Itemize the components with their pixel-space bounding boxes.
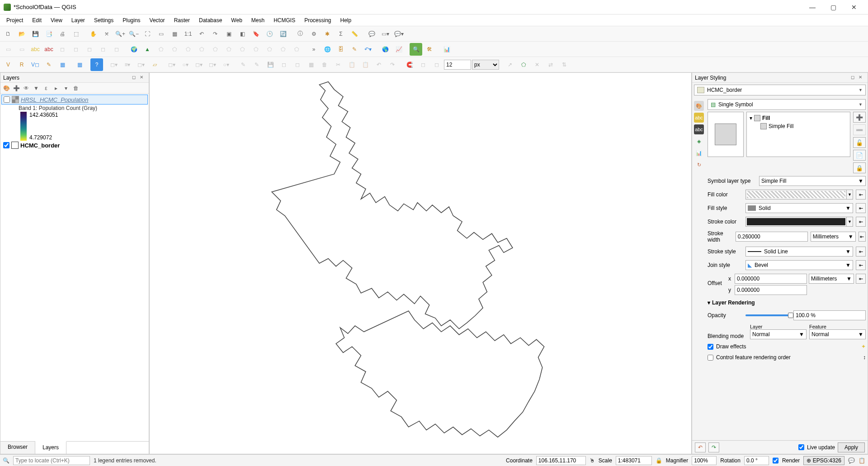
stroke-width-unit-select[interactable]: Millimeters▼ [811, 232, 856, 242]
log-icon[interactable]: 📋 [859, 457, 865, 464]
earth-icon[interactable]: 🌎 [379, 43, 392, 56]
tools-icon[interactable]: 🛠 [423, 43, 436, 56]
control-order-button[interactable]: ↕ [863, 354, 866, 361]
map-tips-icon[interactable]: 💬 [365, 28, 378, 40]
expression-icon[interactable]: ε [42, 84, 50, 92]
offset-x-input[interactable] [735, 274, 807, 284]
fill-color-picker[interactable]: ▼ [745, 190, 853, 200]
d14-icon[interactable]: ▦ [305, 58, 317, 71]
d11-icon[interactable]: 💾 [264, 58, 277, 71]
d3-icon[interactable]: ◻▾ [135, 58, 147, 71]
d4-icon[interactable]: ◻▾ [165, 58, 178, 71]
menu-plugins[interactable]: Plugins [118, 15, 145, 25]
redo-style-button[interactable]: ↷ [708, 442, 719, 452]
render-checkbox[interactable] [773, 456, 778, 465]
edit-icon[interactable]: ✎ [348, 43, 361, 56]
offset-y-input[interactable] [735, 285, 807, 295]
rotation-input[interactable] [744, 456, 769, 465]
poly9-icon[interactable]: ⬠ [263, 43, 276, 56]
menu-vector[interactable]: Vector [145, 15, 170, 25]
d1-icon[interactable]: ◻▾ [108, 58, 120, 71]
zoom-last-icon[interactable]: ↶ [195, 28, 208, 40]
poly4-icon[interactable]: ⬠ [195, 43, 208, 56]
d8-icon[interactable]: ○▾ [220, 58, 232, 71]
label-red-icon[interactable]: abc [42, 43, 55, 56]
d17-icon[interactable]: 📋 [345, 58, 358, 71]
d19-icon[interactable]: ↶ [373, 58, 385, 71]
topo4-icon[interactable]: ⇄ [544, 58, 557, 71]
symbol-tree[interactable]: ▾ Fill Simple Fill [746, 112, 850, 157]
offset-override-button[interactable]: ⇤ [856, 274, 866, 284]
menu-edit[interactable]: Edit [28, 15, 46, 25]
magnifier-input[interactable] [692, 456, 717, 465]
live-update-checkbox[interactable] [798, 444, 804, 450]
d12-icon[interactable]: ◻ [278, 58, 290, 71]
undo-icon[interactable]: ↶▾ [362, 43, 374, 56]
stroke-style-select[interactable]: Solid Line▼ [745, 247, 853, 257]
menu-hcmgis[interactable]: HCMGIS [269, 15, 300, 25]
topo5-icon[interactable]: ⇅ [558, 58, 571, 71]
opacity-value-input[interactable] [793, 310, 866, 320]
new-3d-view-icon[interactable]: ◧ [236, 28, 249, 40]
poly7-icon[interactable]: ⬠ [236, 43, 249, 56]
unlock-symbol-button[interactable]: 🔓 [853, 137, 866, 148]
diagrams-tab-icon[interactable]: 📊 [694, 148, 704, 158]
d7-icon[interactable]: ◻▾ [206, 58, 219, 71]
field-calc-icon[interactable]: ▦ [73, 58, 86, 71]
blending-feature-select[interactable]: Normal▼ [809, 329, 866, 339]
coordinate-input[interactable] [536, 456, 586, 465]
join-style-override-button[interactable]: ⇤ [856, 260, 866, 270]
mouse-icon[interactable]: 🖱 [590, 457, 595, 464]
opacity-slider[interactable] [745, 314, 791, 316]
topo-icon[interactable]: ↗ [504, 58, 516, 71]
3d-tab-icon[interactable]: ◈ [694, 136, 704, 146]
locator-input[interactable] [13, 456, 90, 465]
select-value-icon[interactable]: ▭ [15, 43, 28, 56]
style-icon[interactable]: 🎨 [2, 84, 10, 92]
menu-project[interactable]: Project [2, 15, 28, 25]
menu-web[interactable]: Web [226, 15, 246, 25]
topo3-icon[interactable]: ✕ [531, 58, 543, 71]
masks-tab-icon[interactable]: abc [694, 124, 704, 134]
open-project-icon[interactable]: 📂 [15, 28, 28, 40]
toggle-editing-icon[interactable]: ✎ [42, 58, 55, 71]
zoom-native-icon[interactable]: 1:1 [182, 28, 194, 40]
diagram-icon[interactable]: ◻ [56, 43, 69, 56]
stroke-style-override-button[interactable]: ⇤ [856, 247, 866, 257]
diagram5-icon[interactable]: ◻ [110, 43, 123, 56]
d13-icon[interactable]: ◻ [291, 58, 304, 71]
select-icon[interactable]: ▭▾ [379, 28, 392, 40]
menu-view[interactable]: View [46, 15, 67, 25]
menu-raster[interactable]: Raster [170, 15, 194, 25]
d18-icon[interactable]: 📋 [359, 58, 372, 71]
panel-close-button[interactable]: ✕ [140, 75, 146, 81]
d16-icon[interactable]: ✂ [332, 58, 344, 71]
d2-icon[interactable]: ≡▾ [121, 58, 134, 71]
new-map-view-icon[interactable]: ▣ [222, 28, 235, 40]
menu-database[interactable]: Database [194, 15, 226, 25]
select-features-icon[interactable]: ▭ [2, 43, 14, 56]
filter-icon[interactable]: ▼ [32, 84, 40, 92]
styling-close-button[interactable]: ✕ [859, 75, 865, 81]
d15-icon[interactable]: 🗑 [318, 58, 331, 71]
add-symbol-button[interactable]: ➕ [853, 112, 866, 123]
panel-float-button[interactable]: ◻ [132, 75, 138, 81]
fill-style-override-button[interactable]: ⇤ [856, 203, 866, 213]
symbology-tab-icon[interactable]: 🎨 [694, 101, 704, 111]
duplicate-symbol-button[interactable]: 📄 [853, 150, 866, 161]
expand-icon[interactable]: ▸ [52, 84, 60, 92]
visibility-icon[interactable]: 👁 [22, 84, 30, 92]
offset-unit-select[interactable]: Millimeters▼ [809, 274, 854, 284]
new-shapefile-icon[interactable]: V◻ [29, 58, 42, 71]
menu-help[interactable]: Help [336, 15, 356, 25]
select-yellow-icon[interactable]: ▱ [148, 58, 161, 71]
apply-button[interactable]: Apply [838, 442, 865, 452]
world-icon[interactable]: 🌍 [127, 43, 140, 56]
zoom-selection-icon[interactable]: ▭ [155, 28, 167, 40]
d6-icon[interactable]: ◻▾ [193, 58, 205, 71]
poly-icon[interactable]: ⬠ [155, 43, 167, 56]
poly2-icon[interactable]: ⬠ [168, 43, 181, 56]
poly5-icon[interactable]: ⬠ [209, 43, 222, 56]
pan-icon[interactable]: ✋ [87, 28, 99, 40]
snap-unit-select[interactable]: px [472, 60, 499, 70]
